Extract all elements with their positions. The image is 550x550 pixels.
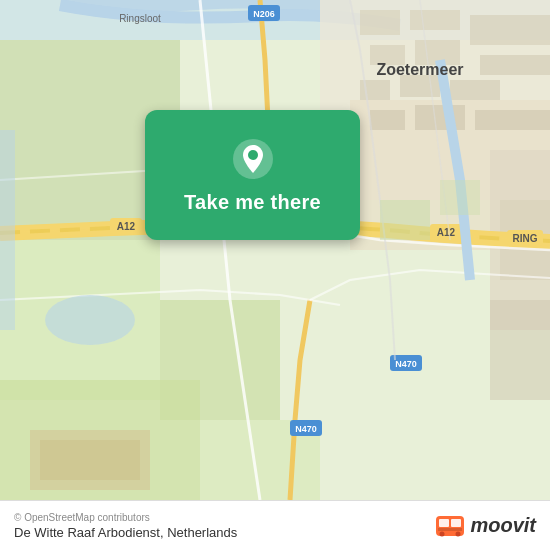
copyright-text: © OpenStreetMap contributors	[14, 512, 237, 523]
svg-point-50	[456, 531, 461, 536]
svg-rect-13	[470, 15, 550, 45]
svg-rect-41	[40, 440, 140, 480]
svg-rect-47	[439, 519, 449, 527]
svg-point-49	[440, 531, 445, 536]
svg-rect-43	[440, 180, 480, 215]
svg-text:N470: N470	[295, 424, 317, 434]
svg-rect-48	[451, 519, 461, 527]
svg-text:RING: RING	[513, 233, 538, 244]
moovit-icon	[434, 510, 466, 542]
svg-rect-23	[490, 300, 550, 400]
svg-rect-42	[380, 200, 430, 240]
moovit-logo: moovit	[434, 510, 536, 542]
svg-rect-39	[0, 130, 15, 330]
svg-rect-51	[438, 528, 462, 531]
map-background: A12 A12 N206 N470 N470 RING Zoetermeer R…	[0, 0, 550, 500]
svg-text:Zoetermeer: Zoetermeer	[376, 61, 463, 78]
bottom-bar: © OpenStreetMap contributors De Witte Ra…	[0, 500, 550, 550]
svg-text:A12: A12	[117, 221, 136, 232]
button-label: Take me there	[184, 191, 321, 214]
svg-point-45	[248, 150, 258, 160]
svg-text:N206: N206	[253, 9, 275, 19]
svg-rect-18	[370, 110, 405, 130]
svg-text:Ringsloot: Ringsloot	[119, 13, 161, 24]
location-pin-icon	[231, 137, 275, 181]
svg-rect-9	[360, 10, 400, 35]
svg-rect-20	[475, 110, 550, 130]
svg-rect-16	[400, 75, 440, 97]
svg-text:N470: N470	[395, 359, 417, 369]
svg-rect-10	[410, 10, 460, 30]
svg-point-38	[45, 295, 135, 345]
svg-rect-17	[450, 80, 500, 100]
bottom-left-info: © OpenStreetMap contributors De Witte Ra…	[14, 512, 237, 540]
svg-text:A12: A12	[437, 227, 456, 238]
svg-rect-19	[415, 105, 465, 130]
take-me-there-button[interactable]: Take me there	[145, 110, 360, 240]
map-container: A12 A12 N206 N470 N470 RING Zoetermeer R…	[0, 0, 550, 500]
location-name: De Witte Raaf Arbodienst, Netherlands	[14, 525, 237, 540]
svg-rect-14	[480, 55, 550, 75]
moovit-text: moovit	[470, 514, 536, 537]
